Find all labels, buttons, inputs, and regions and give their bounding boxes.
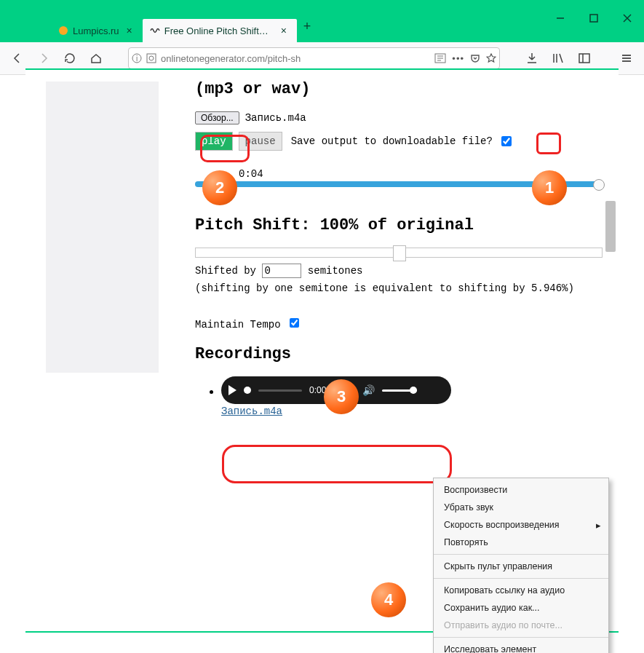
progress-fill <box>195 181 600 187</box>
chosen-filename: Запись.m4a <box>245 112 306 124</box>
audio-track[interactable] <box>258 389 302 392</box>
svg-point-8 <box>149 56 154 60</box>
ctx-send-mail: Отправить аудио по почте... <box>434 617 608 634</box>
maximize-button[interactable] <box>577 0 611 36</box>
pocket-icon[interactable] <box>470 53 480 63</box>
tempo-checkbox[interactable] <box>290 318 299 328</box>
tab-label: Lumpics.ru <box>73 25 119 36</box>
semitones-input[interactable] <box>262 264 301 278</box>
audio-play-icon[interactable] <box>228 385 236 395</box>
titlebar: Lumpics.ru × Free Online Pitch Shifter |… <box>0 0 644 42</box>
progress-slider[interactable] <box>195 181 603 187</box>
svg-rect-2 <box>590 15 597 22</box>
ctx-hide-controls[interactable]: Скрыть пульт управления <box>434 558 608 575</box>
ctx-speed-label: Скорость воспроизведения <box>444 520 560 530</box>
play-button[interactable]: play <box>195 132 233 151</box>
bookmark-star-icon[interactable] <box>486 53 496 63</box>
pitch-slider[interactable] <box>195 248 603 258</box>
list-item: 0:00 / 0:01 🔊 Запись.m4a <box>221 376 603 417</box>
scrollbar-thumb[interactable] <box>605 201 616 252</box>
ctx-copy-link[interactable]: Копировать ссылку на аудио <box>434 582 608 599</box>
tab-strip: Lumpics.ru × Free Online Pitch Shifter |… <box>51 19 317 42</box>
downloads-button[interactable] <box>520 47 544 70</box>
tab-close-icon[interactable]: × <box>124 25 135 36</box>
audio-current-time: 0:00 <box>309 385 326 395</box>
recording-link[interactable]: Запись.m4a <box>221 405 282 417</box>
ctx-inspect[interactable]: Исследовать элемент <box>434 641 608 653</box>
tab-close-icon[interactable]: × <box>278 25 290 36</box>
minimize-button[interactable] <box>544 0 577 36</box>
shift-note: (shifting by one semitone is equivalent … <box>195 282 603 294</box>
progress-thumb[interactable] <box>593 179 605 191</box>
tab-label: Free Online Pitch Shifter | Onlin <box>164 25 274 36</box>
new-tab-button[interactable]: + <box>297 19 317 42</box>
svg-rect-13 <box>579 54 589 63</box>
save-output-checkbox[interactable] <box>501 136 512 146</box>
semitones-label: semitones <box>308 265 363 277</box>
sidebar-button[interactable] <box>573 47 596 70</box>
favicon-wave-icon <box>150 25 160 36</box>
home-button[interactable] <box>84 47 108 70</box>
library-button[interactable] <box>546 47 570 70</box>
recordings-heading: Recordings <box>195 345 603 363</box>
ctx-mute[interactable]: Убрать звук <box>434 499 608 516</box>
permission-icon[interactable] <box>146 53 156 63</box>
volume-icon[interactable]: 🔊 <box>362 384 375 396</box>
info-icon[interactable]: i <box>132 53 142 63</box>
page-actions-icon[interactable]: ••• <box>452 53 464 64</box>
svg-text:i: i <box>136 55 138 63</box>
window-controls <box>544 0 644 36</box>
forward-button[interactable] <box>32 47 55 70</box>
back-button[interactable] <box>6 47 29 70</box>
menu-button[interactable] <box>615 47 638 70</box>
playback-time: 0:04 <box>239 168 603 180</box>
svg-point-0 <box>59 26 68 35</box>
tab-lumpics[interactable]: Lumpics.ru × <box>51 19 143 42</box>
volume-slider[interactable] <box>382 389 417 392</box>
sidebar-placeholder <box>46 82 159 373</box>
audio-position-dot[interactable] <box>244 387 251 394</box>
reload-button[interactable] <box>58 47 82 70</box>
url-bar[interactable]: i onlinetonegenerator.com/pitch-sh ••• <box>128 47 500 69</box>
chevron-right-icon: ▸ <box>596 520 601 531</box>
url-text: onlinetonegenerator.com/pitch-sh <box>161 53 430 64</box>
context-menu: Воспроизвести Убрать звук Скорость воспр… <box>433 478 609 653</box>
close-window-button[interactable] <box>611 0 644 36</box>
page-heading: (mp3 or wav) <box>195 80 603 98</box>
audio-player[interactable]: 0:00 / 0:01 🔊 <box>221 376 451 404</box>
shifted-by-label: Shifted by <box>195 265 256 277</box>
pause-button[interactable]: pause <box>239 132 282 151</box>
pitch-slider-handle[interactable] <box>393 245 406 261</box>
favicon-lumpics <box>58 25 68 36</box>
ctx-speed[interactable]: Скорость воспроизведения ▸ <box>434 516 608 534</box>
tab-pitchshifter[interactable]: Free Online Pitch Shifter | Onlin × <box>143 19 297 42</box>
tempo-label: Maintain Tempo <box>195 319 281 331</box>
save-output-label: Save output to downloadable file? <box>291 135 493 147</box>
reader-mode-icon[interactable] <box>434 53 446 63</box>
svg-rect-7 <box>147 54 156 63</box>
ctx-loop[interactable]: Повторять <box>434 534 608 551</box>
ctx-save-as[interactable]: Сохранить аудио как... <box>434 599 608 617</box>
audio-duration: 0:01 <box>338 385 355 395</box>
ctx-play[interactable]: Воспроизвести <box>434 481 608 499</box>
pitch-heading: Pitch Shift: 100% of original <box>195 216 603 234</box>
browse-button[interactable]: Обзор... <box>195 111 239 124</box>
